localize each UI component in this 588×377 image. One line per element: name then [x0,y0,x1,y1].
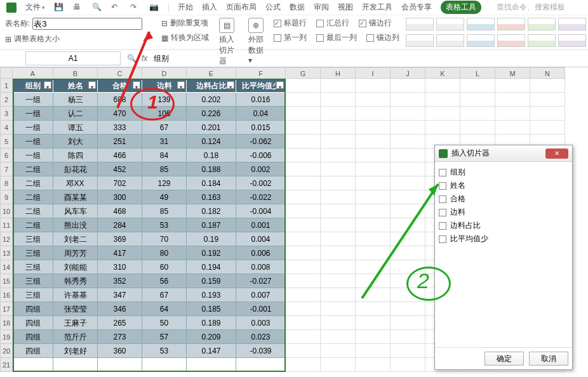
table-styles[interactable] [406,18,588,30]
table-name-input[interactable] [32,18,142,30]
cell[interactable] [391,107,425,121]
cell[interactable]: 67 [142,288,187,302]
row-header[interactable]: 16 [0,288,13,302]
cell[interactable] [321,107,356,121]
cell[interactable] [391,302,425,316]
cell[interactable]: 组别 [13,79,53,93]
chk-header-row[interactable] [274,20,281,27]
cell[interactable] [356,107,391,121]
preview-icon[interactable]: 🔍 [92,3,102,13]
cell[interactable] [391,246,425,260]
cell[interactable] [356,358,391,372]
cell[interactable]: 129 [142,176,187,190]
cell[interactable] [286,274,321,288]
cell[interactable] [530,107,565,121]
cell[interactable] [321,121,356,135]
cell[interactable] [321,79,356,93]
cell[interactable] [530,79,565,93]
save-icon[interactable]: 💾 [54,3,64,13]
cell[interactable] [286,121,321,135]
cell[interactable]: 251 [98,135,142,149]
cell[interactable] [391,204,425,218]
cell[interactable]: 53 [142,218,187,232]
cell[interactable]: 0.201 [187,121,236,135]
cell[interactable]: 三组 [13,260,53,274]
cell[interactable] [495,107,530,121]
cell[interactable] [321,260,356,274]
cell[interactable] [356,274,391,288]
cell[interactable]: 0.159 [187,274,236,288]
cell[interactable]: 688 [98,93,142,107]
row-header[interactable]: 7 [0,162,13,176]
cell[interactable] [321,316,356,330]
cell[interactable] [286,93,321,107]
col-header-L[interactable]: L [460,67,495,79]
cell[interactable] [356,330,391,344]
resize-table-button[interactable]: ⊞调整表格大小 [5,34,142,44]
cell[interactable] [286,232,321,246]
cell[interactable] [356,149,391,162]
cell[interactable] [425,121,460,135]
tab-formula[interactable]: 公式 [265,2,281,13]
cell[interactable]: 0.193 [187,288,236,302]
cell[interactable] [321,358,356,372]
cell[interactable] [356,204,391,218]
dialog-close-button[interactable]: ✕ [545,149,568,159]
cell[interactable] [356,316,391,330]
tab-table-tools[interactable]: 表格工具 [441,1,481,14]
cell[interactable]: 一组 [13,135,53,149]
tab-layout[interactable]: 页面布局 [226,2,257,13]
row-header[interactable]: 17 [0,302,13,316]
cell[interactable] [321,330,356,344]
row-header[interactable]: 6 [0,149,13,162]
cell[interactable]: 四组 [13,302,53,316]
col-header-N[interactable]: N [530,67,565,79]
cell[interactable] [321,288,356,302]
cell[interactable]: 0.124 [187,135,236,149]
cell[interactable] [286,149,321,162]
col-header-H[interactable]: H [321,67,356,79]
cell[interactable] [286,107,321,121]
file-menu[interactable]: 文件 [25,2,45,13]
cell[interactable] [236,358,286,372]
cell[interactable]: 合格 [98,79,142,93]
cell[interactable]: 310 [98,260,142,274]
cell[interactable]: 周芳芳 [53,246,98,260]
cell[interactable]: -0.004 [236,204,286,218]
cell[interactable]: 265 [98,316,142,330]
cell[interactable]: 0.04 [236,107,286,121]
cell[interactable]: 四组 [13,344,53,358]
cell[interactable] [391,218,425,232]
cell[interactable]: 0.015 [236,121,286,135]
cell[interactable] [356,218,391,232]
filter-icon[interactable] [276,81,284,89]
cell[interactable] [356,162,391,176]
row-header[interactable]: 4 [0,121,13,135]
cell[interactable]: 452 [98,162,142,176]
cell[interactable]: 346 [98,302,142,316]
cell[interactable]: 0.188 [187,162,236,176]
row-header[interactable]: 1 [0,79,13,93]
cell[interactable] [460,107,495,121]
cell[interactable]: 85 [142,204,187,218]
cell[interactable]: 0.023 [236,330,286,344]
cell[interactable] [321,135,356,149]
cell[interactable] [187,358,236,372]
chk-total-row[interactable] [316,20,324,27]
cell[interactable]: 二组 [13,204,53,218]
cell[interactable]: 三组 [13,274,53,288]
cell[interactable] [356,246,391,260]
cell[interactable] [356,190,391,204]
cell[interactable]: 韩秀秀 [53,274,98,288]
cell[interactable] [391,79,425,93]
row-header[interactable]: 10 [0,204,13,218]
cell[interactable]: 酉某某 [53,190,98,204]
cell[interactable]: 49 [142,190,187,204]
cell[interactable]: 67 [142,121,187,135]
slicer-option[interactable]: 边料占比 [439,219,568,232]
tab-review[interactable]: 审阅 [314,2,329,13]
tab-data[interactable]: 数据 [290,2,305,13]
cell[interactable] [53,358,98,372]
cell[interactable]: 陈四 [53,149,98,162]
cell[interactable] [286,330,321,344]
